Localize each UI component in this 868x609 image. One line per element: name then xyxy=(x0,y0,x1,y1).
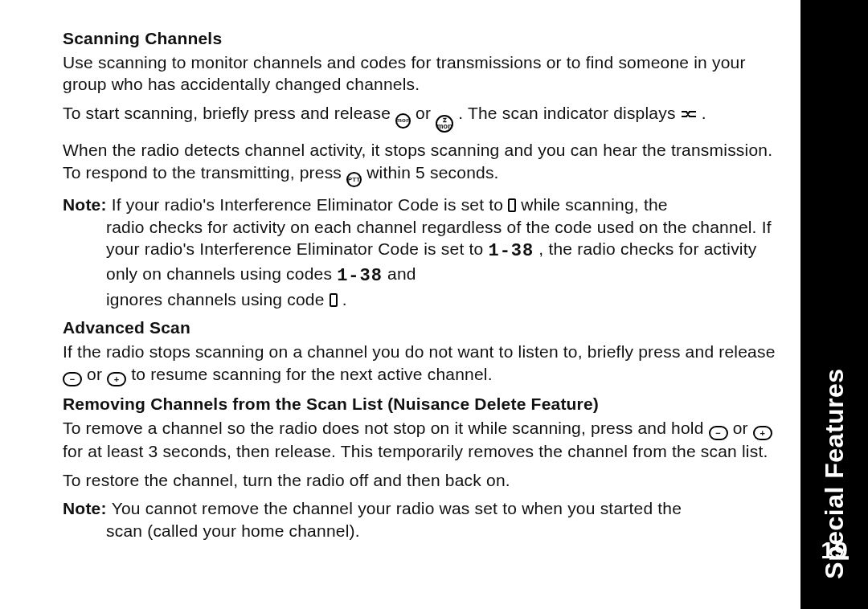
note-block: Note: You cannot remove the channel your… xyxy=(63,497,776,542)
heading-advanced-scan: Advanced Scan xyxy=(63,317,776,339)
text-fragment: scan (called your home channel). xyxy=(106,521,360,540)
minus-button-icon: − xyxy=(709,426,728,440)
text-fragment: and xyxy=(387,264,416,283)
text-fragment: To remove a channel so the radio does no… xyxy=(63,419,709,437)
text-fragment: within 5 seconds. xyxy=(366,163,499,182)
ptt-button-icon: PTT xyxy=(346,172,362,187)
note-row: Note: If your radio's Interference Elimi… xyxy=(63,194,776,310)
text-fragment: or xyxy=(733,419,753,437)
heading-scanning-channels: Scanning Channels xyxy=(63,27,776,50)
note-label: Note: xyxy=(63,499,112,517)
text-fragment: . xyxy=(702,104,706,122)
text-fragment: You cannot remove the channel your radio… xyxy=(112,499,682,517)
page-number: 19 xyxy=(821,537,847,564)
body-text: To remove a channel so the radio does no… xyxy=(63,417,776,463)
lcd-zero-icon xyxy=(330,293,338,307)
body-text: When the radio detects channel activity,… xyxy=(63,139,776,187)
zmon-button-icon: ᴢmon xyxy=(436,115,453,133)
text-fragment: for at least 3 seconds, then release. Th… xyxy=(63,442,768,460)
minus-button-icon: − xyxy=(63,372,82,386)
side-tab: Special Features 19 xyxy=(800,0,868,609)
note-block: Note: If your radio's Interference Elimi… xyxy=(63,194,776,310)
note-indent: scan (called your home channel). xyxy=(106,520,776,542)
lcd-zero-icon xyxy=(508,198,516,212)
note-label: Note: xyxy=(63,195,112,214)
text-fragment: or xyxy=(87,365,107,383)
heading-nuisance-delete: Removing Channels from the Scan List (Nu… xyxy=(63,393,776,415)
lcd-range-icon: 1-38 xyxy=(488,241,534,261)
body-text: Use scanning to monitor channels and cod… xyxy=(63,51,776,96)
text-fragment: . The scan indicator displays xyxy=(458,104,680,122)
body-text: To start scanning, briefly press and rel… xyxy=(63,102,776,133)
text-fragment: If your radio's Interference Eliminator … xyxy=(112,195,509,214)
note-indent: radio checks for activity on each channe… xyxy=(106,216,776,311)
mon-button-icon: mon xyxy=(395,113,411,129)
manual-page: Scanning Channels Use scanning to monito… xyxy=(0,0,868,609)
scan-indicator-icon xyxy=(681,103,697,125)
text-fragment: while scanning, the xyxy=(521,195,667,214)
plus-button-icon: + xyxy=(753,426,772,440)
text-fragment: to resume scanning for the next active c… xyxy=(131,365,493,383)
text-fragment: ignores channels using code xyxy=(106,290,330,309)
body-text: If the radio stops scanning on a channel… xyxy=(63,341,776,386)
text-fragment: . xyxy=(342,290,347,309)
lcd-range-icon: 1-38 xyxy=(337,266,383,286)
page-content: Scanning Channels Use scanning to monito… xyxy=(0,0,800,609)
plus-button-icon: + xyxy=(107,372,126,386)
body-text: To restore the channel, turn the radio o… xyxy=(63,469,776,492)
text-fragment: or xyxy=(416,104,436,122)
text-fragment: If the radio stops scanning on a channel… xyxy=(63,342,776,361)
text-fragment: To start scanning, briefly press and rel… xyxy=(63,104,395,122)
